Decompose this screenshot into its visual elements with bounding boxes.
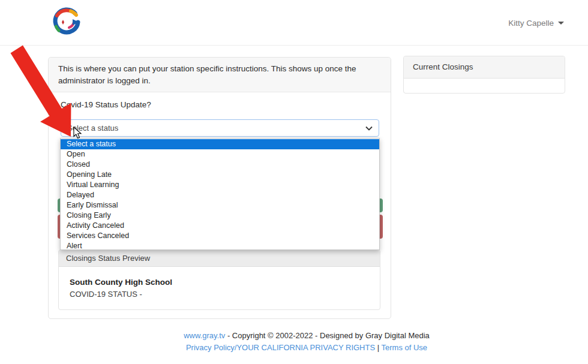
status-select-value: Select a status: [67, 124, 118, 133]
chevron-down-icon: [558, 22, 564, 25]
gray-tv-logo-icon: [51, 7, 82, 38]
gray-tv-link[interactable]: www.gray.tv: [184, 331, 225, 340]
status-select[interactable]: Select a status: [61, 119, 379, 137]
select-option-open[interactable]: Open: [61, 149, 379, 160]
preview-school-name: South County High School: [70, 278, 172, 287]
select-option-select-a-status[interactable]: Select a status: [61, 139, 379, 149]
select-option-services-canceled[interactable]: Services Canceled: [61, 231, 379, 241]
top-navbar: Kitty Capelle: [0, 0, 588, 46]
current-closings-title: Current Closings: [404, 56, 565, 79]
select-option-opening-late[interactable]: Opening Late: [61, 170, 379, 180]
current-closings-panel: Current Closings: [403, 56, 565, 94]
select-option-alert[interactable]: Alert: [61, 241, 379, 251]
select-option-early-dismissal[interactable]: Early Dismissal: [61, 200, 379, 210]
select-option-activity-canceled[interactable]: Activity Canceled: [61, 221, 379, 231]
covid-status-question-label: Covid-19 Status Update?: [61, 100, 151, 109]
instructions-banner: This is where you can put your station s…: [49, 58, 391, 92]
select-option-delayed[interactable]: Delayed: [61, 190, 379, 200]
page-footer: www.gray.tv - Copyright © 2002-2022 - De…: [48, 331, 565, 352]
preview-status-line: COVID-19 STATUS -: [70, 290, 142, 299]
closings-admin-page: Kitty Capelle This is where you can put …: [0, 0, 588, 364]
select-option-virtual-learning[interactable]: Virtual Learning: [61, 180, 379, 190]
closings-status-preview-card: Closings Status Preview South County Hig…: [58, 249, 380, 310]
select-option-closed[interactable]: Closed: [61, 160, 379, 170]
footer-legal-line: Privacy Policy/YOUR CALIFORNIA PRIVACY R…: [48, 343, 565, 352]
user-name-label: Kitty Capelle: [508, 19, 554, 28]
gray-tv-logo[interactable]: [51, 7, 82, 38]
station-instructions-card: This is where you can put your station s…: [48, 57, 391, 319]
footer-separator: |: [375, 343, 381, 352]
select-option-closing-early[interactable]: Closing Early: [61, 210, 379, 221]
preview-card-title: Closings Status Preview: [59, 250, 380, 267]
status-select-dropdown: Select a status Open Closed Opening Late…: [60, 138, 380, 250]
copyright-text: - Copyright © 2002-2022 - Designed by Gr…: [225, 331, 430, 340]
privacy-policy-link[interactable]: Privacy Policy/YOUR CALIFORNIA PRIVACY R…: [186, 343, 375, 352]
user-account-menu[interactable]: Kitty Capelle: [508, 17, 564, 29]
footer-copyright-line: www.gray.tv - Copyright © 2002-2022 - De…: [48, 331, 565, 340]
terms-of-use-link[interactable]: Terms of Use: [382, 343, 428, 352]
select-chevron-icon: [365, 126, 373, 131]
